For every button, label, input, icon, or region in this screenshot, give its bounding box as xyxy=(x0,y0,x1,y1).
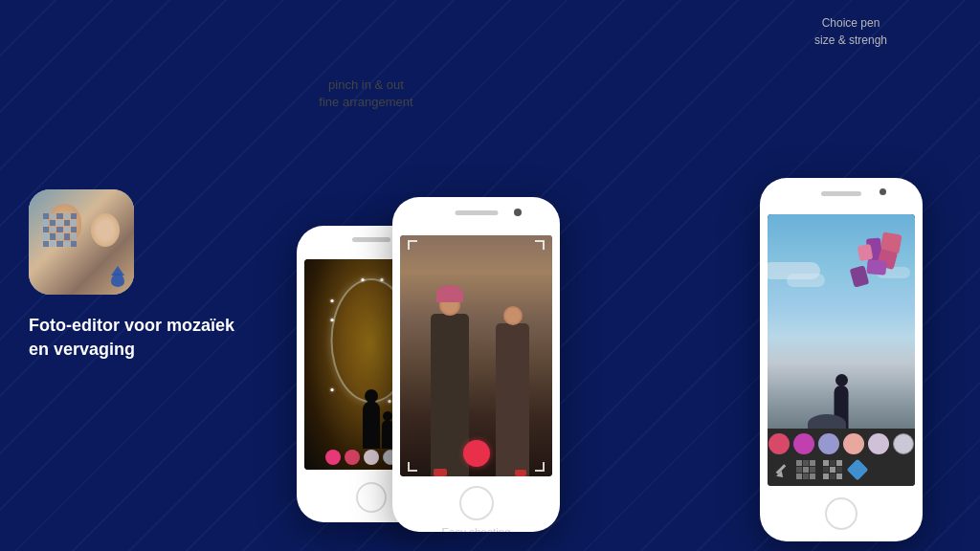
corner-tl xyxy=(408,240,417,250)
shutter-button[interactable] xyxy=(463,440,490,467)
art-pixel xyxy=(858,244,874,261)
caption-art-filter: Rich types of Art filter xyxy=(810,540,873,541)
caption-shooting: Easy shooting Square and full screen xyxy=(434,524,519,532)
caption-choice-pen: Choice pen size & strengh xyxy=(760,14,942,49)
filter-circle[interactable] xyxy=(893,433,914,454)
sparkle xyxy=(330,388,333,391)
sparkle xyxy=(380,278,383,281)
phone-camera: Easy shooting Square and full screen xyxy=(392,197,560,532)
filter-dot[interactable] xyxy=(325,450,341,465)
phone-speaker-2 xyxy=(455,210,498,215)
pattern-2-icon[interactable] xyxy=(823,460,842,479)
phone-camera-3 xyxy=(880,188,886,195)
adult-silhouette xyxy=(363,401,380,449)
pencil-icon[interactable] xyxy=(773,462,789,477)
art-filter-blobs xyxy=(848,233,905,300)
sparkle xyxy=(330,299,333,302)
phone-speaker-3 xyxy=(821,191,861,196)
sparkle xyxy=(361,278,364,281)
home-button-3[interactable] xyxy=(825,497,858,530)
home-button-2[interactable] xyxy=(459,486,494,520)
home-button-1[interactable] xyxy=(356,482,387,513)
toolbar-bottom xyxy=(768,457,915,482)
phone-screen-3 xyxy=(768,214,915,486)
shoes-left xyxy=(434,469,447,476)
sparkle xyxy=(330,319,333,321)
water-drop-icon xyxy=(109,266,126,287)
art-pixel xyxy=(866,259,886,276)
child-silhouette xyxy=(382,420,393,449)
filter-circle[interactable] xyxy=(768,433,790,454)
left-section: Foto-editor voor mozaïek en vervaging xyxy=(0,151,268,400)
caption-pinch: pinch in & out fine arrangement xyxy=(287,77,445,111)
filter-circle[interactable] xyxy=(843,433,864,454)
sparkle xyxy=(388,400,390,403)
camera-overlay xyxy=(400,440,552,467)
phone-camera-2 xyxy=(514,209,522,216)
filter-circle[interactable] xyxy=(868,433,889,454)
shoes-right xyxy=(515,470,526,476)
phone-screen-2 xyxy=(400,235,552,476)
page: Foto-editor voor mozaïek en vervaging pi… xyxy=(0,0,980,551)
app-icon[interactable] xyxy=(29,189,134,295)
art-filter-toolbar[interactable] xyxy=(768,429,915,486)
cloud xyxy=(787,274,825,287)
filter-circle[interactable] xyxy=(793,433,814,454)
filter-circle[interactable] xyxy=(818,433,839,454)
silhouette-group xyxy=(363,401,380,449)
phones-section: pinch in & out fine arrangement xyxy=(268,0,980,551)
phone-speaker-1 xyxy=(352,237,390,242)
phone-art-filter: Rich types of Art filter xyxy=(760,178,923,541)
app-title: Foto-editor voor mozaïek en vervaging xyxy=(29,314,239,362)
filter-dot[interactable] xyxy=(364,450,379,465)
corner-tr xyxy=(535,240,545,250)
diamond-icon[interactable] xyxy=(847,459,869,481)
pattern-1-icon[interactable] xyxy=(796,460,815,479)
filter-dot[interactable] xyxy=(345,450,360,465)
toolbar-top xyxy=(768,429,915,457)
